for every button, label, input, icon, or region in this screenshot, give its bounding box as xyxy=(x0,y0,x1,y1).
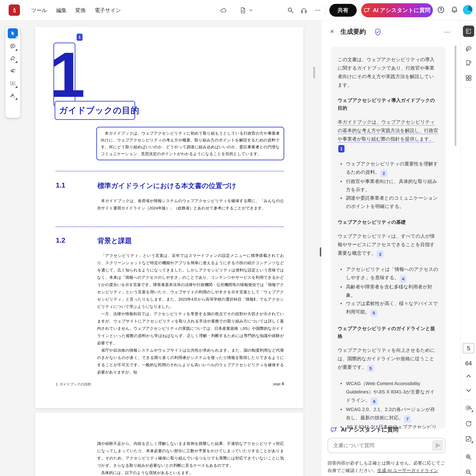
document-paragraph: 一方、法律や情報科目では、アクセシビリティを享受する側の視点でその役割や大切さが… xyxy=(97,310,284,347)
menu-edit[interactable]: 編集 xyxy=(56,7,67,14)
summary-text: ウェブアクセシビリティの重要性を理解するための資料。 xyxy=(346,161,438,175)
citation-badge[interactable]: 5 xyxy=(370,309,377,317)
toolbar-divider xyxy=(23,5,23,15)
fountain-pen-icon xyxy=(10,92,16,99)
summary-paragraph: この文書は、ウェブアクセシビリティの導入に関するガイドブックであり、行政官や事業… xyxy=(338,55,439,89)
fill-sign-tool-button[interactable] xyxy=(8,90,18,101)
acrobat-logo[interactable] xyxy=(9,4,20,16)
panel-more-options-icon[interactable]: … xyxy=(443,26,451,34)
cloud-icon[interactable] xyxy=(220,7,227,14)
summary-section-heading: ウェブアクセシビリティの基礎 xyxy=(338,218,439,226)
menu-tools[interactable]: ツール xyxy=(31,7,47,14)
citation-badge[interactable]: 2 xyxy=(380,170,387,177)
rotate-page-icon[interactable] xyxy=(465,420,472,427)
fit-page-icon[interactable] xyxy=(465,435,472,442)
ai-guidelines-link[interactable]: 生成 AI ユーザーガイドライン xyxy=(377,468,438,473)
chapter-title: ガイドブックの目的 xyxy=(59,105,139,116)
document-paragraph: 省庁や自治体の情報システムやウェブサイトは公共性が求められます。また、国の制度利… xyxy=(97,347,284,376)
chevron-down-icon[interactable] xyxy=(248,8,255,15)
page-number: 4 xyxy=(282,381,284,386)
summary-bullet-item: •調達や委託事業者とのコミュニケーションのポイントを明確にする。 xyxy=(338,194,439,210)
comments-panel-icon[interactable] xyxy=(465,45,472,52)
citation-badge[interactable]: 1 xyxy=(338,145,344,153)
zoom-out-icon[interactable] xyxy=(465,469,472,476)
highlight-tool-button[interactable] xyxy=(8,53,18,64)
bullet-marker: • xyxy=(340,177,342,186)
document-sparkle-icon xyxy=(465,28,472,35)
panel-scrollbar[interactable] xyxy=(455,46,456,146)
draw-tool-button[interactable] xyxy=(8,66,18,76)
section-title: 背景と課題 xyxy=(97,236,132,245)
page-thumbnails-icon[interactable] xyxy=(465,74,472,82)
text-box-tool-button[interactable]: A xyxy=(8,78,18,88)
document-paragraph: 「アクセシビリティ」という言葉は、近年ではスマートフォンの設定メニューに標準搭載… xyxy=(97,252,284,310)
summary-bullet-item: •ウェブアクセシビリティの重要性を理解するための資料。2 xyxy=(338,160,439,177)
section-divider xyxy=(56,226,284,227)
citation-badge[interactable]: 3 xyxy=(377,251,383,258)
ask-ai-row: AI アシスタントに質問 xyxy=(331,426,398,433)
citation-badge[interactable]: 7 xyxy=(404,415,411,423)
generative-summary-tool-button[interactable] xyxy=(463,26,474,37)
highlighter-icon xyxy=(10,55,16,62)
document-scrollbar[interactable] xyxy=(313,67,315,79)
ai-assistant-button[interactable]: AI アシスタントに質問 xyxy=(361,3,433,17)
panel-resize-handle[interactable] xyxy=(320,247,321,256)
summary-text: ウェブアクセシビリティを向上させるためには、国際的なガイドラインや規格に従うこと… xyxy=(338,347,435,370)
bullet-marker: • xyxy=(340,194,342,202)
panel-title: 生成要約 xyxy=(340,27,366,36)
summary-text: WCAG 2.0、2.1、2.2の各バージョンが存在し、最新の技術に対応。 xyxy=(346,407,435,420)
notifications-bell-icon[interactable] xyxy=(450,6,458,13)
section-body: 「アクセシビリティ」という言葉は、近年ではスマートフォンの設定メニューに標準搭載… xyxy=(97,252,284,376)
ai-assistant-label: AI アシスタントに質問 xyxy=(373,7,430,14)
summary-bullet-item: •アクセシビリティは「情報へのアクセスのしやすさ」を意味する。4 xyxy=(338,265,439,283)
summary-bullet-item: •WCAG 2.0、2.1、2.2の各バージョンが存在し、最新の技術に対応。7 xyxy=(338,405,439,423)
comment-tool-button[interactable] xyxy=(8,41,18,51)
summary-bullet-list: •WCAG（Web Content Accessibility Guidelin… xyxy=(338,379,439,429)
document-icon[interactable] xyxy=(239,7,247,14)
section-body-continued: 識や経験不足から、内容を正しく理解しないまま前例を踏襲した結果、不適切なアクセシ… xyxy=(97,440,284,476)
document-paragraph: 本ガイドブックは、各府省が情報システムのウェブアクセシビリティを確保する際に、「… xyxy=(97,197,284,212)
summary-citation-link[interactable]: 本ガイドブックは、ウェブアクセシビリティの基本的な考え方や実践方法を解説し、行政… xyxy=(338,119,438,142)
rail-divider xyxy=(464,41,473,42)
rail-divider xyxy=(464,87,473,87)
bullet-marker: • xyxy=(340,265,342,273)
menu-convert[interactable]: 変換 xyxy=(75,7,86,14)
pdf-page-5: 識や経験不足から、内容を正しく理解しないまま前例を踏襲した結果、不適切なアクセシ… xyxy=(35,412,304,476)
summary-paragraph: ウェブアクセシビリティは、すべての人が情報やサービスにアクセスできることを目指す… xyxy=(338,232,439,258)
help-icon[interactable] xyxy=(437,6,445,14)
summary-text: ウェブアクセシビリティは、すべての人が情報やサービスにアクセスできることを目指す… xyxy=(338,233,435,256)
bookmarks-panel-icon[interactable] xyxy=(465,60,472,67)
read-aloud-icon[interactable] xyxy=(300,7,308,14)
input-placeholder: 文書について質問 xyxy=(333,442,432,449)
more-options-icon[interactable] xyxy=(314,7,322,14)
rail-divider xyxy=(464,449,473,449)
summary-bullet-list: •ウェブアクセシビリティの重要性を理解するための資料。2•行政官や事業者向けに、… xyxy=(338,160,439,210)
bullet-marker: • xyxy=(340,283,342,291)
close-icon[interactable]: × xyxy=(330,28,334,35)
citation-badge[interactable]: 4 xyxy=(400,275,407,283)
current-page-input[interactable]: 5 xyxy=(463,343,474,354)
summary-text: アクセシビリティは「情報へのアクセスのしやすさ」を意味する。 xyxy=(346,267,438,280)
summary-section-heading: ウェブアクセシビリティのガイドラインと規格 xyxy=(338,324,439,340)
search-icon[interactable] xyxy=(287,7,294,14)
previous-page-icon[interactable] xyxy=(465,373,472,380)
ai-question-input[interactable]: 文書について質問 xyxy=(327,438,445,453)
send-button[interactable] xyxy=(432,440,443,451)
document-viewport[interactable]: 1 1 ガイドブックの目的 本ガイドブックは、ウェブアクセシビリティに初めて取り… xyxy=(0,20,321,476)
select-tool-button[interactable] xyxy=(8,28,18,38)
menu-esign[interactable]: 電子サイン xyxy=(95,7,121,14)
zoom-in-icon[interactable] xyxy=(465,453,472,460)
citation-badge[interactable]: 6 xyxy=(371,398,378,405)
draw-squiggle-icon xyxy=(10,68,16,74)
quick-tools-rail: A xyxy=(5,27,20,118)
toolbar-divider xyxy=(325,5,325,15)
cursor-arrow-icon xyxy=(10,30,16,36)
avatar[interactable] xyxy=(463,5,473,15)
share-button[interactable]: 共有 xyxy=(329,4,357,17)
ai-disclaimer: 回答内容が必ずしも正確とは限りません。必要に応じてご自身でご確認ください。生成 … xyxy=(327,459,448,474)
next-page-icon[interactable] xyxy=(465,387,472,394)
page-footer-number: page 4 xyxy=(273,381,284,386)
theme-day-night-icon[interactable] xyxy=(465,404,472,411)
citation-badge[interactable]: 5 xyxy=(367,365,374,372)
svg-text:A: A xyxy=(12,82,14,85)
